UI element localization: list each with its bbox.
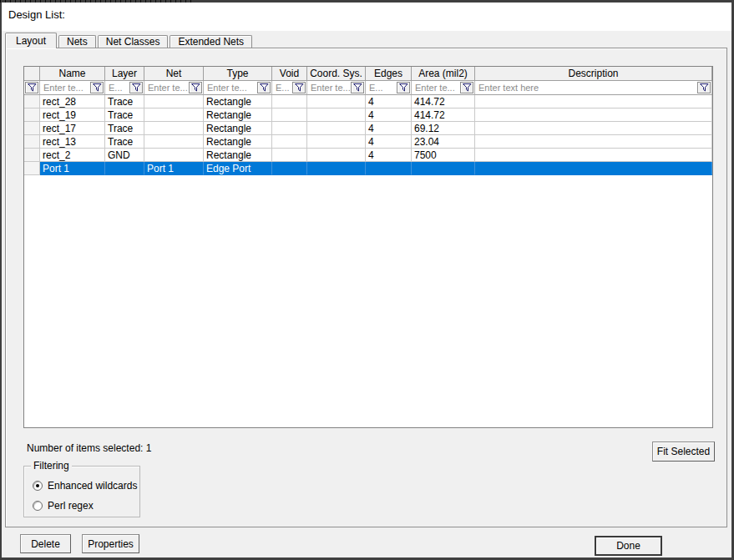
tab-nets[interactable]: Nets: [58, 35, 96, 48]
cell-name: rect_2: [40, 149, 105, 162]
filter-input-description[interactable]: Enter text here: [475, 83, 696, 93]
filter-funnel-button-layer[interactable]: [129, 82, 143, 93]
filter-input-type[interactable]: Enter te...: [204, 83, 256, 93]
table-row[interactable]: rect_13TraceRectangle423.04: [24, 135, 712, 149]
tab-extended-nets[interactable]: Extended Nets: [170, 35, 252, 48]
cell-description: [475, 162, 712, 175]
screen-background: Design List: LayoutNetsNet ClassesExtend…: [0, 0, 734, 560]
filter-input-void[interactable]: E...: [272, 83, 291, 93]
filter-input-name[interactable]: Enter te...: [40, 83, 89, 93]
filter-funnel-button-net[interactable]: [189, 82, 202, 93]
column-header-description[interactable]: Description: [475, 67, 712, 81]
table-row[interactable]: rect_17TraceRectangle469.12: [24, 122, 712, 135]
cell-void: [272, 135, 307, 149]
filter-cell-net: Enter te...: [144, 81, 204, 95]
cell-edges: [366, 162, 412, 175]
cell-description: [475, 95, 712, 108]
tab-net-classes[interactable]: Net Classes: [98, 35, 169, 48]
delete-button[interactable]: Delete: [20, 534, 71, 553]
cell-type: Rectangle: [204, 149, 272, 162]
fit-selected-button[interactable]: Fit Selected: [652, 441, 715, 462]
filter-funnel-button-coord_sys[interactable]: [351, 82, 364, 93]
column-header-layer[interactable]: Layer: [105, 67, 144, 81]
dialog-title: Design List:: [8, 8, 65, 21]
filter-funnel-button-area[interactable]: [460, 82, 473, 93]
filter-cell-coord_sys: Enter te...: [307, 81, 366, 95]
cell-void: [272, 162, 307, 175]
column-header-name[interactable]: Name: [40, 67, 105, 81]
funnel-icon: [191, 83, 200, 92]
row-selector-cell[interactable]: [24, 149, 40, 162]
tab-layout[interactable]: Layout: [5, 33, 57, 48]
radio-button-icon: [33, 501, 43, 511]
table-row[interactable]: rect_19TraceRectangle4414.72: [24, 108, 712, 122]
funnel-icon: [295, 83, 304, 92]
filter-funnel-button-selector[interactable]: [25, 82, 38, 93]
column-header-type[interactable]: Type: [204, 67, 272, 81]
cell-type: Rectangle: [204, 122, 272, 135]
filter-input-coord_sys[interactable]: Enter te...: [307, 83, 350, 93]
cell-name: rect_28: [40, 95, 105, 108]
column-header-selector[interactable]: [24, 67, 40, 81]
cell-area: 7500: [412, 149, 475, 162]
cell-edges: 4: [366, 122, 412, 135]
table-row[interactable]: rect_28TraceRectangle4414.72: [24, 95, 712, 108]
row-selector-cell[interactable]: [24, 135, 40, 149]
filter-funnel-button-description[interactable]: [697, 82, 711, 93]
cell-area: 69.12: [412, 122, 475, 135]
filter-input-edges[interactable]: E...: [366, 83, 396, 93]
filter-input-layer[interactable]: E...: [105, 83, 129, 93]
column-header-area[interactable]: Area (mil2): [412, 67, 475, 81]
cell-type: Rectangle: [204, 108, 272, 122]
column-header-edges[interactable]: Edges: [366, 67, 412, 81]
tab-strip: LayoutNetsNet ClassesExtended Nets: [5, 33, 254, 48]
cell-area: [412, 162, 475, 175]
filter-cell-description: Enter text here: [475, 81, 712, 95]
row-selector-cell[interactable]: [24, 108, 40, 122]
tab-label: Extended Nets: [178, 36, 244, 48]
cell-coord_sys: [307, 149, 366, 162]
filter-cell-type: Enter te...: [204, 81, 272, 95]
filter-input-area[interactable]: Enter te...: [412, 83, 459, 93]
radio-perl-regex[interactable]: Perl regex: [33, 500, 94, 512]
row-selector-cell[interactable]: [24, 162, 40, 175]
done-button[interactable]: Done: [595, 537, 661, 555]
radio-enhanced-wildcards[interactable]: Enhanced wildcards: [33, 480, 137, 492]
cell-type: Rectangle: [204, 95, 272, 108]
cell-layer: Trace: [105, 122, 144, 135]
cell-layer: Trace: [105, 135, 144, 149]
column-header-coord_sys[interactable]: Coord. Sys.: [307, 67, 366, 81]
funnel-icon: [353, 83, 362, 92]
tab-label: Layout: [16, 35, 46, 47]
funnel-icon: [463, 83, 472, 92]
properties-button[interactable]: Properties: [82, 534, 139, 553]
column-header-net[interactable]: Net: [144, 67, 204, 81]
filter-funnel-button-type[interactable]: [257, 82, 271, 93]
row-selector-cell[interactable]: [24, 122, 40, 135]
funnel-icon: [399, 83, 408, 92]
filter-cell-area: Enter te...: [412, 81, 475, 95]
tab-label: Nets: [67, 36, 88, 48]
filter-input-net[interactable]: Enter te...: [144, 83, 188, 93]
funnel-icon: [28, 83, 37, 92]
table-header-row: NameLayerNetTypeVoidCoord. Sys.EdgesArea…: [24, 67, 712, 81]
column-header-void[interactable]: Void: [272, 67, 307, 81]
table-row[interactable]: Port 1Port 1Edge Port: [24, 162, 712, 175]
selected-count-label: Number of items selected: 1: [27, 442, 151, 454]
cell-description: [475, 135, 712, 149]
cell-description: [475, 122, 712, 135]
filter-funnel-button-name[interactable]: [90, 82, 104, 93]
cell-coord_sys: [307, 122, 366, 135]
row-selector-cell[interactable]: [24, 95, 40, 108]
cell-coord_sys: [307, 135, 366, 149]
cell-edges: 4: [366, 95, 412, 108]
cell-net: [144, 122, 204, 135]
cell-void: [272, 95, 307, 108]
filter-funnel-button-void[interactable]: [292, 82, 306, 93]
cell-net: Port 1: [144, 162, 204, 175]
funnel-icon: [132, 83, 141, 92]
table-row[interactable]: rect_2GNDRectangle47500: [24, 149, 712, 162]
filter-funnel-button-edges[interactable]: [397, 82, 410, 93]
column-header-label: Type: [226, 68, 248, 79]
column-header-label: Net: [166, 68, 182, 79]
